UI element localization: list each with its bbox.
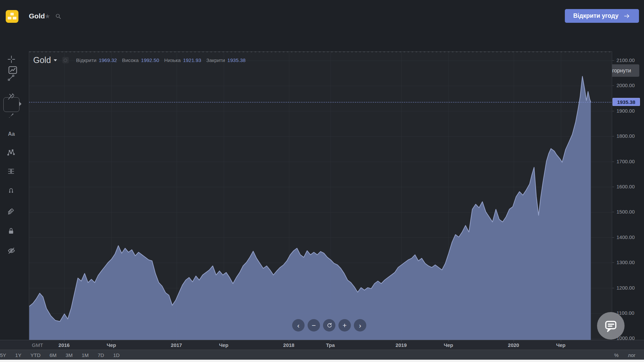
- time-tick-mark: [330, 340, 331, 342]
- legend-marker-icon[interactable]: [62, 57, 69, 63]
- time-tick-mark: [514, 340, 514, 342]
- hide-tool-icon[interactable]: [7, 246, 15, 254]
- chat-button[interactable]: [597, 312, 625, 340]
- favorite-star-icon[interactable]: ★: [45, 12, 50, 20]
- price-tick-mark: [612, 136, 614, 136]
- gold-logo-icon: [6, 10, 18, 23]
- legend-symbol[interactable]: Gold: [33, 55, 51, 65]
- chart-toolbar: 51Д1Н Індикатори Порівняти Купити Згорну…: [0, 32, 644, 45]
- time-tick-label-Тра: Тра: [312, 342, 349, 348]
- trend-line-tool-icon[interactable]: [7, 74, 15, 82]
- price-tick-mark: [612, 288, 614, 288]
- open-deal-button[interactable]: Відкрити угоду: [565, 9, 639, 23]
- price-tick-mark: [612, 187, 614, 187]
- time-tick-mark: [448, 340, 449, 342]
- page-edge: [0, 360, 644, 362]
- svg-text:Aa: Aa: [8, 131, 15, 137]
- trading-terminal: Gold ★ Відкрити угоду 51Д1Н Індикатори П…: [0, 0, 644, 362]
- crosshair-tool-icon[interactable]: [7, 55, 15, 63]
- time-tick-label-2016: 2016: [46, 342, 83, 348]
- range-button-5Y[interactable]: 5Y: [0, 352, 6, 358]
- legend-value-2: 1921.93: [183, 57, 201, 63]
- time-tick-mark: [64, 340, 64, 342]
- time-tick-mark: [111, 340, 112, 342]
- time-tick-mark: [561, 340, 561, 342]
- price-tick-label: 1500.00: [616, 209, 635, 215]
- price-tick-label: 1700.00: [616, 159, 635, 164]
- price-tick-mark: [612, 212, 614, 212]
- price-tick-label: 2000.00: [616, 82, 635, 88]
- plot-top-ticks: [29, 52, 612, 52]
- price-tick-label: 1900.00: [616, 108, 635, 114]
- drawing-toolbar: Aa: [0, 45, 22, 340]
- magnet-tool-icon[interactable]: [7, 186, 15, 194]
- price-tick-mark: [612, 60, 614, 61]
- pan-right-button[interactable]: ›: [354, 319, 366, 331]
- text-tool-icon[interactable]: Aa: [7, 130, 15, 138]
- range-button-YTD[interactable]: YTD: [31, 352, 41, 358]
- header: Gold ★ Відкрити угоду: [0, 0, 644, 27]
- price-tick-mark: [612, 237, 614, 238]
- price-tick-label: 1300.00: [616, 259, 635, 265]
- time-tick-mark: [401, 340, 401, 342]
- symbol-title: Gold: [29, 12, 45, 20]
- time-tick-label-Чер: Чер: [205, 342, 242, 348]
- ohlc-legend: Gold Відкрити1969.32Висока1992.50Низька1…: [33, 55, 251, 65]
- gold-area-chart: [29, 52, 612, 340]
- pan-left-button[interactable]: ‹: [292, 319, 305, 331]
- chat-bubble-icon: [604, 319, 618, 333]
- xabcd-pattern-tool-icon[interactable]: [7, 148, 15, 157]
- time-axis[interactable]: GMT 2016Чер2017Чер2018Тра2019Чер2020Чер: [0, 340, 644, 350]
- legend-value-0: 1969.32: [99, 57, 117, 63]
- range-button-3M[interactable]: 3M: [66, 352, 73, 358]
- legend-label-1: Висока: [122, 57, 139, 63]
- time-tick-label-Чер: Чер: [542, 342, 579, 348]
- lock-tool-icon[interactable]: [7, 227, 15, 235]
- legend-label-3: Закрити: [206, 57, 225, 63]
- time-tick-label-2019: 2019: [383, 342, 420, 348]
- time-tick-label-Чер: Чер: [93, 342, 130, 348]
- price-tick-label: 1400.00: [616, 234, 635, 240]
- last-price-badge: 1935.38: [612, 98, 640, 106]
- price-tick-label: 1600.00: [616, 184, 635, 189]
- pitchfork-tool-icon[interactable]: [7, 93, 15, 101]
- range-button-1M[interactable]: 1M: [82, 352, 89, 358]
- range-button-6M[interactable]: 6M: [50, 352, 57, 358]
- legend-label-2: Низька: [164, 57, 181, 63]
- range-bar: % лог 5Y1YYTD6M3M1M7D1D: [0, 350, 644, 360]
- legend-value-1: 1992.50: [141, 57, 159, 63]
- zoom-in-button[interactable]: +: [338, 319, 351, 331]
- tool-flyout-arrow-icon[interactable]: [19, 102, 21, 106]
- price-tick-mark: [612, 111, 614, 111]
- legend-chevron-down-icon[interactable]: [54, 59, 57, 61]
- price-tick-label: 1200.00: [616, 285, 635, 291]
- price-axis[interactable]: 2100.002000.001900.001800.001700.001600.…: [612, 51, 644, 340]
- range-button-1D[interactable]: 1D: [113, 352, 119, 358]
- brush-tool-icon[interactable]: [7, 111, 15, 119]
- legend-value-3: 1935.38: [227, 57, 246, 63]
- price-tick-mark: [612, 262, 614, 263]
- time-tick-label-2018: 2018: [270, 342, 307, 348]
- legend-label-0: Відкрити: [76, 57, 97, 63]
- range-button-1Y[interactable]: 1Y: [15, 352, 21, 358]
- chart-plot[interactable]: Gold Відкрити1969.32Висока1992.50Низька1…: [29, 51, 612, 340]
- timezone-label[interactable]: GMT: [32, 342, 43, 348]
- time-tick-mark: [224, 340, 224, 342]
- draw-tool-icon[interactable]: [7, 207, 15, 215]
- log-scale-button[interactable]: лог: [628, 352, 636, 358]
- search-icon[interactable]: [55, 13, 62, 20]
- reset-button[interactable]: [323, 319, 335, 331]
- time-tick-mark: [289, 340, 289, 342]
- zoom-controls: ‹−+›: [292, 319, 366, 331]
- zoom-out-button[interactable]: −: [308, 319, 320, 331]
- price-tick-label: 2100.00: [616, 57, 635, 63]
- percent-scale-button[interactable]: %: [614, 352, 619, 358]
- price-tick-mark: [612, 85, 614, 86]
- long-position-tool-icon[interactable]: [7, 167, 15, 175]
- range-button-7D[interactable]: 7D: [98, 352, 104, 358]
- time-tick-label-Чер: Чер: [430, 342, 467, 348]
- time-tick-label-2017: 2017: [158, 342, 195, 348]
- price-tick-mark: [612, 162, 614, 162]
- time-tick-mark: [176, 340, 177, 342]
- open-deal-label: Відкрити угоду: [573, 12, 619, 19]
